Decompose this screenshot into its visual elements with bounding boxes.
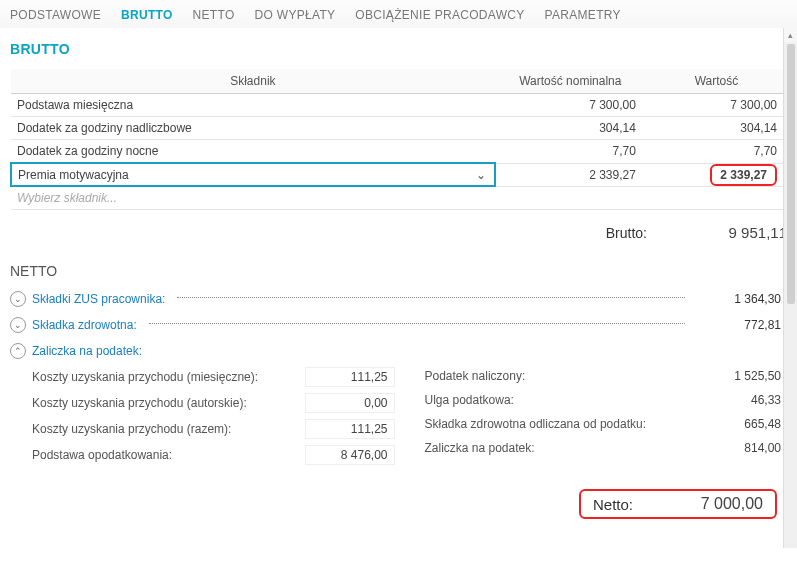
scroll-thumb[interactable]: [787, 44, 795, 304]
detail-value: 665,48: [697, 415, 787, 433]
divider: [177, 297, 685, 298]
cell-name: Dodatek za godziny nadliczbowe: [11, 117, 495, 140]
table-row[interactable]: Dodatek za godziny nadliczbowe 304,14 30…: [11, 117, 787, 140]
tab-netto[interactable]: NETTO: [193, 8, 235, 22]
cell-value: 7 300,00: [646, 94, 787, 117]
cell-nominal: 2 339,27: [495, 163, 646, 186]
detail-row: Ulga podatkowa: 46,33: [425, 391, 788, 409]
chevron-down-icon[interactable]: ⌄: [10, 291, 26, 307]
row-zus[interactable]: ⌄ Składki ZUS pracownika: 1 364,30: [10, 291, 787, 307]
netto-sum-label: Netto:: [593, 496, 633, 513]
tab-parametry[interactable]: PARAMETRY: [545, 8, 621, 22]
col-wartosc[interactable]: Wartość: [646, 69, 787, 94]
brutto-sum-value: 9 951,11: [677, 224, 787, 241]
zdrow-label[interactable]: Składka zdrowotna:: [32, 318, 137, 332]
brutto-heading: BRUTTO: [10, 41, 787, 57]
zus-value: 1 364,30: [697, 292, 787, 306]
detail-value[interactable]: 111,25: [305, 367, 395, 387]
vertical-scrollbar[interactable]: ▴: [783, 28, 797, 548]
detail-label: Ulga podatkowa:: [425, 393, 514, 407]
cell-name: Podstawa miesięczna: [11, 94, 495, 117]
row-zaliczka[interactable]: ⌃ Zaliczka na podatek:: [10, 343, 787, 359]
cell-nominal: 304,14: [495, 117, 646, 140]
chevron-down-icon[interactable]: ⌄: [476, 168, 486, 182]
detail-value[interactable]: 0,00: [305, 393, 395, 413]
row-zdrowotna[interactable]: ⌄ Składka zdrowotna: 772,81: [10, 317, 787, 333]
detail-label: Podstawa opodatkowania:: [32, 448, 172, 462]
zdrow-value: 772,81: [697, 318, 787, 332]
detail-value[interactable]: 111,25: [305, 419, 395, 439]
scroll-up-icon[interactable]: ▴: [784, 28, 797, 42]
netto-sum: Netto: 7 000,00: [10, 483, 787, 525]
cell-value: 304,14: [646, 117, 787, 140]
tab-brutto[interactable]: BRUTTO: [121, 8, 173, 22]
detail-row: Podstawa opodatkowania: 8 476,00: [32, 445, 395, 465]
detail-row: Koszty uzyskania przychodu (razem): 111,…: [32, 419, 395, 439]
cell-name-dropdown[interactable]: Premia motywacyjna ⌄: [11, 163, 495, 186]
detail-label: Koszty uzyskania przychodu (razem):: [32, 422, 231, 436]
tab-obciazenie[interactable]: OBCIĄŻENIE PRACODAWCY: [355, 8, 524, 22]
detail-label: Podatek naliczony:: [425, 369, 526, 383]
divider: [149, 323, 685, 324]
detail-label: Koszty uzyskania przychodu (autorskie):: [32, 396, 247, 410]
cell-nominal: 7 300,00: [495, 94, 646, 117]
detail-label: Składka zdrowotna odliczana od podatku:: [425, 417, 646, 431]
placeholder-cell[interactable]: Wybierz składnik...: [11, 186, 495, 210]
table-row[interactable]: Dodatek za godziny nocne 7,70 7,70: [11, 140, 787, 164]
netto-heading: NETTO: [10, 263, 787, 279]
cell-nominal: 7,70: [495, 140, 646, 164]
zaliczka-label[interactable]: Zaliczka na podatek:: [32, 344, 142, 358]
detail-label: Koszty uzyskania przychodu (miesięczne):: [32, 370, 258, 384]
tab-podstawowe[interactable]: PODSTAWOWE: [10, 8, 101, 22]
detail-value: 814,00: [697, 439, 787, 457]
zus-label[interactable]: Składki ZUS pracownika:: [32, 292, 165, 306]
cell-name: Dodatek za godziny nocne: [11, 140, 495, 164]
detail-row: Zaliczka na podatek: 814,00: [425, 439, 788, 457]
col-nominal[interactable]: Wartość nominalna: [495, 69, 646, 94]
detail-label: Zaliczka na podatek:: [425, 441, 535, 455]
chevron-up-icon[interactable]: ⌃: [10, 343, 26, 359]
detail-value[interactable]: 8 476,00: [305, 445, 395, 465]
brutto-sum: Brutto: 9 951,11: [10, 224, 787, 241]
netto-sum-value: 7 000,00: [663, 495, 763, 513]
detail-value: 46,33: [697, 391, 787, 409]
detail-value: 1 525,50: [697, 367, 787, 385]
tab-do-wyplaty[interactable]: DO WYPŁATY: [255, 8, 336, 22]
detail-row: Składka zdrowotna odliczana od podatku: …: [425, 415, 788, 433]
detail-row: Podatek naliczony: 1 525,50: [425, 367, 788, 385]
cell-value: 7,70: [646, 140, 787, 164]
cell-value-highlight: 2 339,27: [646, 163, 787, 186]
table-row-selected[interactable]: Premia motywacyjna ⌄ 2 339,27 2 339,27: [11, 163, 787, 186]
tab-bar: PODSTAWOWE BRUTTO NETTO DO WYPŁATY OBCIĄ…: [0, 0, 797, 29]
zaliczka-details: Koszty uzyskania przychodu (miesięczne):…: [10, 367, 787, 465]
table-row-placeholder[interactable]: Wybierz składnik...: [11, 186, 787, 210]
col-skladnik[interactable]: Składnik: [11, 69, 495, 94]
table-row[interactable]: Podstawa miesięczna 7 300,00 7 300,00: [11, 94, 787, 117]
brutto-sum-label: Brutto:: [606, 225, 647, 241]
detail-row: Koszty uzyskania przychodu (autorskie): …: [32, 393, 395, 413]
chevron-down-icon[interactable]: ⌄: [10, 317, 26, 333]
detail-row: Koszty uzyskania przychodu (miesięczne):…: [32, 367, 395, 387]
brutto-table: Składnik Wartość nominalna Wartość Podst…: [10, 69, 787, 210]
